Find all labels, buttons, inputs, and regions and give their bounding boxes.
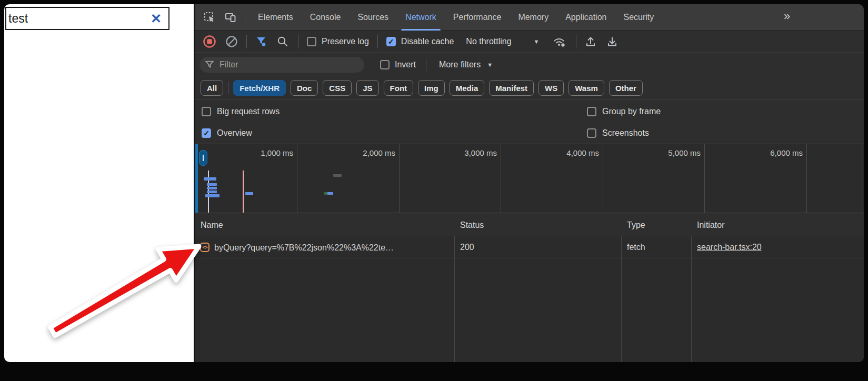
- search-input[interactable]: [6, 12, 137, 26]
- filter-toggle-icon[interactable]: [255, 35, 268, 48]
- column-header-initiator[interactable]: Initiator: [697, 214, 724, 236]
- overview-left-handle[interactable]: [199, 150, 207, 166]
- request-type-filters: All Fetch/XHR Doc CSS JS Font Img Media …: [195, 76, 864, 100]
- invert-checkbox[interactable]: [380, 60, 390, 69]
- timeline-tick: 5,000 ms: [603, 144, 705, 213]
- pill-divider: [228, 82, 228, 94]
- tab-network[interactable]: Network: [397, 4, 445, 31]
- filter-pill-wasm[interactable]: Wasm: [568, 80, 604, 96]
- timeline-tick: 6,000 ms: [705, 144, 807, 213]
- devtools-panel: Elements Console Sources Network Perform…: [195, 4, 864, 362]
- column-header-type[interactable]: Type: [627, 214, 645, 236]
- timeline-tick: 2,000 ms: [297, 144, 400, 213]
- import-har-icon[interactable]: [584, 35, 597, 48]
- timeline-tick: 3,000 ms: [400, 144, 501, 213]
- group-by-frame-label: Group by frame: [602, 107, 661, 116]
- timeline-request-bar: [207, 187, 217, 189]
- table-header: Name Status Type Initiator: [195, 214, 864, 236]
- toolbar-divider: [426, 58, 426, 72]
- toolbar-divider: [246, 35, 247, 48]
- timeline-request-bar: [245, 192, 253, 195]
- timeline-request-bar: [207, 190, 217, 193]
- filter-field: [199, 57, 364, 73]
- table-row[interactable]: <> byQuery?query=%7B%22json%22%3A%22te… …: [195, 236, 864, 258]
- timeline-gridline: [862, 144, 862, 213]
- request-initiator-cell: search-bar.tsx:20: [697, 236, 762, 258]
- invert-toggle[interactable]: Invert: [380, 53, 416, 76]
- export-har-icon[interactable]: [606, 35, 618, 48]
- fetch-request-icon: <>: [200, 243, 209, 252]
- screenshots-toggle[interactable]: Screenshots: [587, 123, 649, 144]
- web-page: ✕: [4, 4, 194, 362]
- network-conditions-icon[interactable]: [553, 35, 567, 48]
- screenshots-label: Screenshots: [602, 128, 649, 138]
- tab-memory[interactable]: Memory: [510, 4, 557, 31]
- filter-pill-font[interactable]: Font: [384, 80, 413, 96]
- column-header-name[interactable]: Name: [201, 214, 223, 236]
- timeline-request-bar: [327, 192, 333, 195]
- toolbar-divider: [377, 35, 378, 48]
- network-overview-timeline[interactable]: 1,000 ms 2,000 ms 3,000 ms 4,000 ms 5,00…: [195, 144, 864, 213]
- overview-selection-strip: [195, 144, 198, 213]
- disable-cache-label: Disable cache: [401, 37, 454, 46]
- filter-pill-css[interactable]: CSS: [323, 80, 352, 96]
- big-request-rows-toggle[interactable]: Big request rows: [202, 100, 280, 123]
- filter-row: Invert More filters ▼: [195, 53, 864, 76]
- invert-label: Invert: [395, 60, 416, 69]
- preserve-log-toggle[interactable]: Preserve log: [307, 37, 369, 46]
- filter-pill-doc[interactable]: Doc: [291, 80, 318, 96]
- filter-pill-media[interactable]: Media: [450, 80, 485, 96]
- filter-input[interactable]: [218, 59, 347, 70]
- chevron-down-icon: ▼: [534, 38, 540, 45]
- tab-application[interactable]: Application: [557, 4, 615, 31]
- disable-cache-toggle[interactable]: ✓ Disable cache: [386, 37, 454, 46]
- search-icon[interactable]: [276, 35, 289, 48]
- initiator-link[interactable]: search-bar.tsx:20: [697, 243, 762, 252]
- tab-console[interactable]: Console: [302, 4, 350, 31]
- filter-pill-ws[interactable]: WS: [538, 80, 564, 96]
- record-network-log-icon[interactable]: [203, 35, 216, 48]
- page-search-field: ✕: [5, 7, 169, 30]
- filter-pill-other[interactable]: Other: [609, 80, 643, 96]
- request-name[interactable]: byQuery?query=%7B%22json%22%3A%22te…: [214, 237, 394, 258]
- more-filters-label: More filters: [439, 60, 481, 69]
- overview-label: Overview: [217, 128, 252, 138]
- request-name-cell[interactable]: <> byQuery?query=%7B%22json%22%3A%22te…: [200, 236, 394, 258]
- tab-security[interactable]: Security: [615, 4, 662, 31]
- request-status-cell: 200: [460, 236, 474, 258]
- group-by-frame-toggle[interactable]: Group by frame: [587, 100, 661, 123]
- throttling-select[interactable]: No throttling ▼: [466, 37, 539, 46]
- tab-sources[interactable]: Sources: [349, 4, 397, 31]
- more-tabs-icon[interactable]: »: [784, 9, 790, 23]
- devtools-tabbar: Elements Console Sources Network Perform…: [195, 4, 864, 31]
- more-filters-button[interactable]: More filters ▼: [439, 53, 493, 76]
- clear-network-log-icon[interactable]: [225, 35, 238, 48]
- options-row-2: ✓ Overview Screenshots: [195, 123, 864, 144]
- filter-pill-img[interactable]: Img: [418, 80, 445, 96]
- browser-window: ✕ Elements Console Sources Network Perfo…: [4, 4, 864, 362]
- clear-search-icon[interactable]: ✕: [151, 11, 162, 26]
- preserve-log-checkbox[interactable]: [307, 37, 316, 46]
- timeline-request-bar: [205, 194, 220, 197]
- funnel-icon: [205, 60, 214, 69]
- device-toolbar-icon[interactable]: [224, 11, 237, 24]
- timeline-request-bar: [204, 177, 216, 181]
- check-icon: ✓: [388, 38, 394, 45]
- filter-pill-fetch-xhr[interactable]: Fetch/XHR: [233, 80, 286, 96]
- filter-pill-manifest[interactable]: Manifest: [489, 80, 534, 96]
- filter-pill-js[interactable]: JS: [356, 80, 378, 96]
- screenshots-checkbox[interactable]: [587, 128, 596, 138]
- disable-cache-checkbox[interactable]: ✓: [386, 37, 396, 46]
- big-request-rows-checkbox[interactable]: [202, 107, 211, 116]
- check-icon: ✓: [203, 129, 209, 137]
- group-by-frame-checkbox[interactable]: [587, 107, 596, 116]
- requests-table: Name Status Type Initiator <> byQuery?qu…: [195, 214, 864, 362]
- inspect-element-icon[interactable]: [203, 11, 216, 24]
- overview-checkbox[interactable]: ✓: [202, 128, 211, 138]
- tab-elements[interactable]: Elements: [250, 4, 302, 31]
- network-toolbar: Preserve log ✓ Disable cache No throttli…: [195, 31, 864, 53]
- tab-performance[interactable]: Performance: [445, 4, 510, 31]
- filter-pill-all[interactable]: All: [201, 80, 223, 96]
- overview-toggle[interactable]: ✓ Overview: [202, 123, 252, 144]
- column-header-status[interactable]: Status: [460, 214, 484, 236]
